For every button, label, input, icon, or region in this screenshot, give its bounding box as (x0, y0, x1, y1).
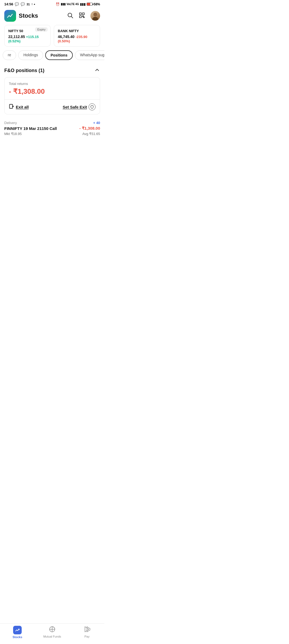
status-time: 14:56 (4, 2, 13, 6)
exit-all-button[interactable]: Exit all (9, 104, 29, 110)
position-row-name: FINNIFTY 19 Mar 21150 Call - ₹1,308.00 (4, 126, 100, 131)
tab-bar: re Holdings Positions WhatsApp suggest (0, 47, 104, 62)
returns-card: Total returns - ₹1,308.00 Exit all Set S… (4, 77, 100, 114)
signal-icon: ▮▮▮ (61, 2, 66, 6)
banknifty-value: 46,745.40 -235.90 (0.50%) (58, 35, 96, 43)
returns-actions: Exit all Set Safe Exit (5, 100, 100, 114)
returns-top: Total returns - ₹1,308.00 (5, 77, 100, 100)
battery-percent: 58% (94, 2, 100, 6)
dot-icon: • (34, 2, 35, 6)
avatar[interactable] (90, 11, 100, 21)
tab-whatsapp[interactable]: WhatsApp suggest (75, 50, 104, 60)
safe-exit-label: Set Safe Exit (63, 105, 87, 109)
search-icon[interactable] (67, 12, 73, 20)
position-pnl: - ₹1,308.00 (79, 126, 100, 131)
position-row-prices: Mkt ₹18.95 Avg ₹51.65 (4, 132, 100, 136)
position-item[interactable]: Delivery + 40 FINNIFTY 19 Mar 21150 Call… (0, 118, 104, 138)
index-cards: Expiry NIFTY 50 22,112.85 +115.15 (0.52%… (0, 25, 104, 47)
whatsapp-icon: 💬 (15, 2, 19, 6)
position-row-type: Delivery + 40 (4, 121, 100, 125)
phonepe-icon: ⁝ (32, 3, 32, 6)
app-logo (4, 10, 16, 22)
svg-rect-2 (79, 13, 81, 15)
chevron-up-icon[interactable] (94, 67, 100, 74)
qr-icon[interactable] (79, 12, 85, 20)
nifty50-card[interactable]: Expiry NIFTY 50 22,112.85 +115.15 (0.52%… (4, 25, 51, 47)
position-mkt: Mkt ₹18.95 (4, 132, 22, 136)
fo-section-header: F&O positions (1) (0, 62, 104, 77)
svg-rect-6 (83, 17, 84, 18)
status-bar: 14:56 💬 💬 31 ⁝ • ⏰ ▮▮▮ VoLTE 4G ▮▮▮ 58% (0, 0, 104, 7)
exit-icon (9, 104, 14, 110)
position-qty: + 40 (93, 121, 100, 125)
app-header: Stocks (0, 7, 104, 25)
signal-bars: ▮▮▮ (80, 2, 86, 6)
nifty50-value: 22,112.85 +115.15 (0.52%) (8, 35, 47, 43)
calendar-icon: 31 (26, 3, 30, 6)
svg-line-1 (71, 17, 73, 18)
svg-rect-3 (82, 13, 84, 15)
header-icons (67, 11, 100, 21)
svg-rect-4 (79, 16, 81, 18)
banknifty-card[interactable]: BANK NIFTY 46,745.40 -235.90 (0.50%) (54, 25, 100, 47)
status-right: ⏰ ▮▮▮ VoLTE 4G ▮▮▮ 58% (56, 2, 100, 6)
returns-label: Total returns (9, 82, 96, 86)
battery-icon (87, 3, 93, 6)
position-name: FINNIFTY 19 Mar 21150 Call (4, 126, 57, 131)
status-left: 14:56 💬 💬 31 ⁝ • (4, 2, 35, 6)
app-title: Stocks (19, 12, 64, 19)
fo-section-title: F&O positions (1) (4, 68, 44, 73)
network-text: VoLTE 4G (67, 3, 79, 6)
expiry-badge: Expiry (35, 27, 48, 32)
alarm-icon: ⏰ (56, 2, 60, 6)
tab-holdings[interactable]: Holdings (18, 50, 43, 60)
banknifty-name: BANK NIFTY (58, 29, 96, 33)
tab-re[interactable]: re (3, 50, 16, 60)
position-avg: Avg ₹51.65 (82, 132, 100, 136)
safe-exit-button[interactable]: Set Safe Exit (63, 103, 96, 110)
shield-icon (89, 103, 96, 110)
position-type: Delivery (4, 121, 17, 125)
exit-all-label: Exit all (16, 105, 29, 109)
returns-amount: - ₹1,308.00 (9, 87, 96, 96)
message-icon: 💬 (21, 2, 25, 6)
tab-positions[interactable]: Positions (45, 50, 73, 60)
